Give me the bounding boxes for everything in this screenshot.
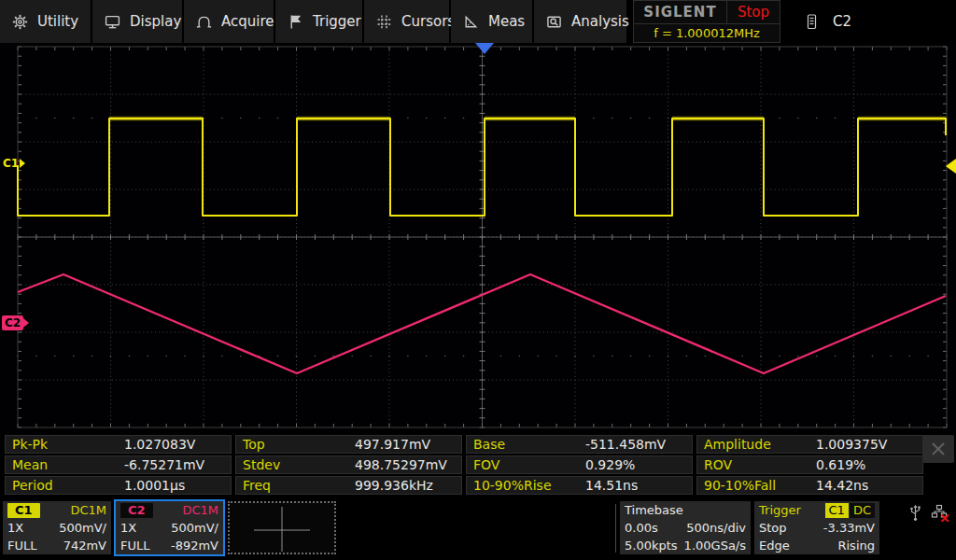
cursors-icon [376, 14, 392, 30]
plus-cross-icon [230, 503, 334, 553]
waveform-display[interactable]: C1 C2 [0, 43, 956, 431]
measurement-label: Amplitude [697, 437, 816, 452]
trigger-level-marker[interactable] [946, 159, 956, 174]
channel-header-row: C1 DC1M [3, 501, 111, 519]
menu-bar: Utility Display Acquire Trigger Cursors [0, 0, 956, 43]
vertical-scale: 500mV/ [59, 521, 106, 535]
measurement-label: Stdev [236, 457, 355, 472]
measure-icon [463, 14, 479, 30]
menu-acquire[interactable]: Acquire [184, 0, 275, 43]
measurement-label: Mean [6, 457, 124, 472]
timebase-delay: 0.00s [625, 521, 658, 535]
active-channel-indicator[interactable]: C2 [805, 0, 851, 43]
gear-icon [12, 14, 28, 30]
bandwidth: FULL [7, 539, 36, 553]
channel-scale-row: 1X 500mV/ [3, 519, 111, 537]
probe-ratio: 1X [7, 521, 23, 535]
waveform-grid [0, 43, 956, 431]
measurement-value: 1.027083V [124, 437, 195, 452]
memory-depth: 5.00kpts [625, 539, 678, 553]
channel-2-box[interactable]: C2 DC1M 1X 500mV/ FULL -892mV [114, 499, 225, 556]
channel-offset-row: FULL -892mV [116, 537, 223, 554]
trigger-level: -3.33mV [823, 521, 875, 535]
menu-cursors[interactable]: Cursors [364, 0, 451, 43]
display-icon [105, 14, 120, 30]
menu-analysis[interactable]: Analysis [534, 0, 628, 43]
measurement-cell: Period1.0001µs [5, 476, 232, 495]
oscilloscope-screen: { "topbar": { "menus": [ {"icon": "gear-… [0, 0, 956, 560]
close-measurements-button[interactable] [922, 435, 954, 463]
trigger-title: Trigger [759, 503, 801, 517]
c1-position-marker[interactable]: C1 [3, 157, 25, 170]
trigger-header-row: Trigger C1 DC [754, 501, 879, 519]
vertical-offset: 742mV [63, 539, 106, 553]
vertical-scale: 500mV/ [171, 521, 218, 535]
trigger-state: Stop [759, 521, 787, 535]
measurement-grid: Pk-Pk1.027083VTop497.917mVBase-511.458mV… [5, 435, 923, 495]
trigger-box[interactable]: Trigger C1 DC Stop -3.33mV Edge Rising [754, 501, 879, 554]
measurement-value: 1.009375V [816, 437, 887, 452]
menu-label: Analysis [571, 13, 629, 30]
coupling: DC1M [182, 503, 218, 517]
menu-label: Cursors [401, 13, 455, 30]
measurement-cell: 10-90%Rise14.51ns [466, 476, 693, 495]
siglent-logo: SIGLENT [634, 1, 727, 23]
measurement-cell: Stdev498.75297mV [235, 455, 462, 474]
probe-ratio: 1X [120, 521, 136, 535]
coupling: DC1M [70, 503, 106, 517]
channel-1-box[interactable]: C1 DC1M 1X 500mV/ FULL 742mV [3, 501, 111, 554]
measurement-label: Period [6, 478, 124, 493]
brand-status-box: SIGLENT Stop f = 1.000012MHz [633, 0, 780, 43]
measurement-value: 0.619% [816, 457, 865, 472]
active-channel-label: C2 [833, 13, 851, 30]
measurement-cell: Freq999.936kHz [235, 476, 462, 495]
frequency-counter: f = 1.000012MHz [634, 24, 780, 42]
measurement-cell: Base-511.458mV [466, 435, 693, 454]
menu-label: Utility [37, 13, 78, 30]
right-arrow-icon [23, 318, 29, 328]
measurement-label: Pk-Pk [6, 437, 124, 452]
channel-offset-row: FULL 742mV [3, 537, 111, 554]
acquire-icon [196, 14, 212, 30]
flag-icon [288, 14, 303, 30]
measurement-label: 10-90%Rise [467, 478, 585, 493]
channel-list-icon [805, 13, 819, 31]
trigger-source: C1 [825, 503, 849, 518]
status-bar: C1 DC1M 1X 500mV/ FULL 742mV C2 DC1M 1X … [0, 498, 956, 560]
channel-scale-row: 1X 500mV/ [116, 519, 223, 537]
measurement-value: 498.75297mV [355, 457, 447, 472]
measurement-value: 0.929% [585, 457, 635, 472]
menu-label: Acquire [221, 13, 274, 30]
trigger-level-row: Stop -3.33mV [754, 519, 879, 537]
timebase-scale-row: 0.00s 500ns/div [620, 519, 751, 537]
status-icons [907, 504, 949, 522]
trigger-source-badges: C1 DC [825, 503, 875, 518]
trigger-coupling: DC [850, 503, 875, 518]
right-arrow-icon [20, 159, 25, 168]
timebase-scale: 500ns/div [686, 521, 746, 535]
measurement-cell: ROV0.619% [696, 455, 923, 474]
timebase-box[interactable]: Timebase 0.00s 500ns/div 5.00kpts 1.00GS… [620, 501, 751, 554]
run-state-indicator[interactable]: Stop [727, 1, 780, 23]
measurement-value: 14.42ns [816, 478, 868, 493]
c2-position-marker[interactable]: C2 [2, 315, 29, 330]
measurement-value: -511.458mV [585, 437, 666, 452]
channel-badge: C1 [7, 503, 40, 518]
analysis-icon [546, 14, 562, 30]
bandwidth: FULL [120, 539, 149, 553]
measurement-cell: FOV0.929% [466, 455, 693, 474]
measurement-label: Top [236, 437, 355, 452]
brand-row: SIGLENT Stop [634, 1, 780, 24]
menu-utility[interactable]: Utility [0, 0, 92, 43]
measurement-value: -6.75271mV [124, 457, 204, 472]
vertical-offset: -892mV [171, 539, 218, 553]
channel-badge: C2 [120, 503, 153, 518]
menu-trigger[interactable]: Trigger [275, 0, 364, 43]
timebase-sample-row: 5.00kpts 1.00GSa/s [620, 537, 751, 554]
measurement-label: 90-10%Fall [697, 478, 816, 493]
add-channel-box[interactable] [228, 501, 336, 554]
measurement-panel: Pk-Pk1.027083VTop497.917mVBase-511.458mV… [0, 431, 956, 498]
trigger-position-marker[interactable] [475, 43, 494, 54]
menu-display[interactable]: Display [92, 0, 184, 43]
menu-meas[interactable]: Meas [451, 0, 534, 43]
